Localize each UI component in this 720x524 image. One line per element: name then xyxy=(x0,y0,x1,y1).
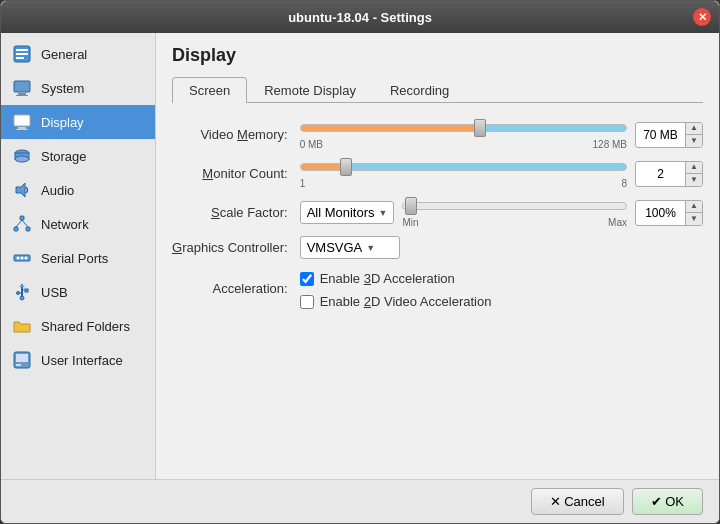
cancel-button[interactable]: ✕ Cancel xyxy=(531,488,624,515)
scale-factor-value[interactable] xyxy=(636,201,685,225)
svg-rect-8 xyxy=(18,127,26,129)
accel-3d-label: Enable 3D Acceleration xyxy=(320,271,455,286)
page-title: Display xyxy=(172,45,703,66)
content-area: General System xyxy=(1,33,719,479)
monitor-count-label: Monitor Count: xyxy=(172,166,288,181)
sidebar-label-network: Network xyxy=(41,217,89,232)
accel-3d-checkbox[interactable] xyxy=(300,272,314,286)
tab-remote-display[interactable]: Remote Display xyxy=(247,77,373,103)
svg-rect-25 xyxy=(25,289,28,292)
sidebar-item-display[interactable]: Display xyxy=(1,105,155,139)
sidebar-item-system[interactable]: System xyxy=(1,71,155,105)
sidebar-label-shared-folders: Shared Folders xyxy=(41,319,130,334)
video-memory-control: 0 MB 128 MB ▲ ▼ xyxy=(300,119,703,150)
sidebar-item-user-interface[interactable]: User Interface xyxy=(1,343,155,377)
video-memory-label: Video Memory: xyxy=(172,127,288,142)
accel-2d-row[interactable]: Enable 2D Video Acceleration xyxy=(300,294,703,309)
network-icon xyxy=(11,213,33,235)
sidebar-item-network[interactable]: Network xyxy=(1,207,155,241)
video-memory-value[interactable] xyxy=(636,123,685,147)
monitor-count-slider-container: 1 8 xyxy=(300,158,627,189)
svg-rect-4 xyxy=(14,81,30,92)
svg-rect-32 xyxy=(16,364,21,366)
monitor-count-arrows: ▲ ▼ xyxy=(685,162,702,186)
graphics-controller-dropdown[interactable]: VMSVGA ▼ xyxy=(300,236,400,259)
user-interface-icon xyxy=(11,349,33,371)
video-memory-slider-bg xyxy=(300,124,627,132)
svg-rect-1 xyxy=(16,49,28,51)
sidebar-item-general[interactable]: General xyxy=(1,37,155,71)
tab-recording[interactable]: Recording xyxy=(373,77,466,103)
serial-ports-icon xyxy=(11,247,33,269)
settings-grid: Video Memory: 0 MB 128 MB xyxy=(172,119,703,309)
video-memory-down[interactable]: ▼ xyxy=(686,135,702,147)
svg-rect-31 xyxy=(16,354,28,362)
tab-bar: Screen Remote Display Recording xyxy=(172,76,703,103)
scale-factor-down[interactable]: ▼ xyxy=(686,213,702,225)
scale-factor-up[interactable]: ▲ xyxy=(686,201,702,213)
graphics-controller-label: Graphics Controller: xyxy=(172,240,288,255)
monitor-count-up[interactable]: ▲ xyxy=(686,162,702,174)
video-memory-arrows: ▲ ▼ xyxy=(685,123,702,147)
scale-factor-spinbox[interactable]: ▲ ▼ xyxy=(635,200,703,226)
monitor-count-slider-track[interactable] xyxy=(300,158,627,176)
sidebar-label-serial-ports: Serial Ports xyxy=(41,251,108,266)
scale-factor-slider-track[interactable] xyxy=(402,197,627,215)
video-memory-up[interactable]: ▲ xyxy=(686,123,702,135)
svg-point-29 xyxy=(20,296,24,300)
svg-point-21 xyxy=(21,257,24,260)
video-memory-thumb[interactable] xyxy=(474,119,486,137)
accel-2d-label: Enable 2D Video Acceleration xyxy=(320,294,492,309)
svg-marker-13 xyxy=(16,183,25,197)
sidebar: General System xyxy=(1,33,156,479)
scale-factor-dropdown[interactable]: All Monitors ▼ xyxy=(300,201,395,224)
sidebar-label-storage: Storage xyxy=(41,149,87,164)
display-icon xyxy=(11,111,33,133)
sidebar-label-usb: USB xyxy=(41,285,68,300)
ok-button[interactable]: ✔ OK xyxy=(632,488,703,515)
graphics-controller-control: VMSVGA ▼ xyxy=(300,236,703,259)
scale-factor-thumb[interactable] xyxy=(405,197,417,215)
svg-rect-2 xyxy=(16,53,28,55)
sidebar-item-usb[interactable]: USB xyxy=(1,275,155,309)
video-memory-spinbox[interactable]: ▲ ▼ xyxy=(635,122,703,148)
monitor-count-spinbox[interactable]: ▲ ▼ xyxy=(635,161,703,187)
svg-rect-15 xyxy=(14,227,18,231)
tab-screen[interactable]: Screen xyxy=(172,77,247,103)
sidebar-label-system: System xyxy=(41,81,84,96)
sidebar-label-audio: Audio xyxy=(41,183,74,198)
monitor-count-thumb[interactable] xyxy=(340,158,352,176)
accel-2d-checkbox[interactable] xyxy=(300,295,314,309)
usb-icon xyxy=(11,281,33,303)
video-memory-slider-container: 0 MB 128 MB xyxy=(300,119,627,150)
sidebar-label-general: General xyxy=(41,47,87,62)
sidebar-item-serial-ports[interactable]: Serial Ports xyxy=(1,241,155,275)
svg-rect-9 xyxy=(16,129,28,130)
video-memory-labels: 0 MB 128 MB xyxy=(300,139,627,150)
close-button[interactable]: ✕ xyxy=(693,8,711,26)
titlebar: ubuntu-18.04 - Settings ✕ xyxy=(1,1,719,33)
sidebar-label-user-interface: User Interface xyxy=(41,353,123,368)
scale-factor-control: All Monitors ▼ Min Max xyxy=(300,197,703,228)
sidebar-label-display: Display xyxy=(41,115,84,130)
monitor-count-control: 1 8 ▲ ▼ xyxy=(300,158,703,189)
graphics-dropdown-arrow-icon: ▼ xyxy=(366,243,375,253)
monitor-count-value[interactable] xyxy=(636,162,685,186)
svg-point-12 xyxy=(15,156,29,162)
svg-rect-7 xyxy=(14,115,30,126)
window-title: ubuntu-18.04 - Settings xyxy=(288,10,432,25)
svg-line-18 xyxy=(22,220,28,227)
scale-factor-arrows: ▲ ▼ xyxy=(685,201,702,225)
svg-line-17 xyxy=(16,220,22,227)
footer: ✕ Cancel ✔ OK xyxy=(1,479,719,523)
video-memory-slider-track[interactable] xyxy=(300,119,627,137)
svg-rect-3 xyxy=(16,57,24,59)
sidebar-item-audio[interactable]: Audio xyxy=(1,173,155,207)
scale-factor-label: Scale Factor: xyxy=(172,205,288,220)
scale-factor-labels: Min Max xyxy=(402,217,627,228)
accel-3d-row[interactable]: Enable 3D Acceleration xyxy=(300,271,703,286)
sidebar-item-storage[interactable]: Storage xyxy=(1,139,155,173)
monitor-count-down[interactable]: ▼ xyxy=(686,174,702,186)
sidebar-item-shared-folders[interactable]: Shared Folders xyxy=(1,309,155,343)
svg-rect-16 xyxy=(26,227,30,231)
